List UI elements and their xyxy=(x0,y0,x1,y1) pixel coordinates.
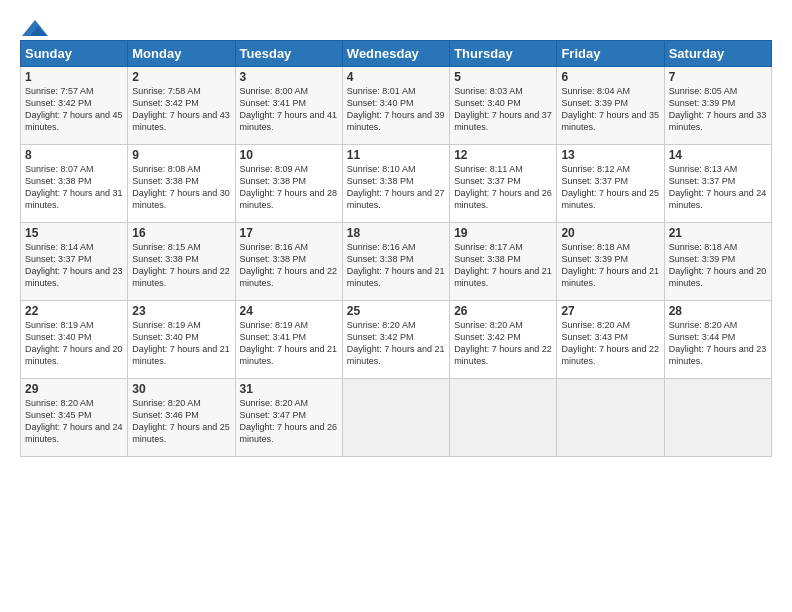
day-info: Sunrise: 8:09 AMSunset: 3:38 PMDaylight:… xyxy=(240,164,338,210)
calendar-week-row: 22 Sunrise: 8:19 AMSunset: 3:40 PMDaylig… xyxy=(21,301,772,379)
day-info: Sunrise: 8:19 AMSunset: 3:40 PMDaylight:… xyxy=(25,320,123,366)
day-number: 7 xyxy=(669,70,767,84)
table-row: 10 Sunrise: 8:09 AMSunset: 3:38 PMDaylig… xyxy=(235,145,342,223)
day-number: 1 xyxy=(25,70,123,84)
day-number: 25 xyxy=(347,304,445,318)
day-info: Sunrise: 8:17 AMSunset: 3:38 PMDaylight:… xyxy=(454,242,552,288)
table-row: 16 Sunrise: 8:15 AMSunset: 3:38 PMDaylig… xyxy=(128,223,235,301)
table-row: 30 Sunrise: 8:20 AMSunset: 3:46 PMDaylig… xyxy=(128,379,235,457)
table-row: 27 Sunrise: 8:20 AMSunset: 3:43 PMDaylig… xyxy=(557,301,664,379)
table-row: 5 Sunrise: 8:03 AMSunset: 3:40 PMDayligh… xyxy=(450,67,557,145)
day-number: 9 xyxy=(132,148,230,162)
table-row: 25 Sunrise: 8:20 AMSunset: 3:42 PMDaylig… xyxy=(342,301,449,379)
day-number: 28 xyxy=(669,304,767,318)
table-row: 17 Sunrise: 8:16 AMSunset: 3:38 PMDaylig… xyxy=(235,223,342,301)
table-row: 1 Sunrise: 7:57 AMSunset: 3:42 PMDayligh… xyxy=(21,67,128,145)
day-info: Sunrise: 8:01 AMSunset: 3:40 PMDaylight:… xyxy=(347,86,445,132)
table-row: 26 Sunrise: 8:20 AMSunset: 3:42 PMDaylig… xyxy=(450,301,557,379)
table-row: 8 Sunrise: 8:07 AMSunset: 3:38 PMDayligh… xyxy=(21,145,128,223)
day-number: 16 xyxy=(132,226,230,240)
day-info: Sunrise: 8:20 AMSunset: 3:42 PMDaylight:… xyxy=(454,320,552,366)
day-number: 18 xyxy=(347,226,445,240)
day-number: 23 xyxy=(132,304,230,318)
col-wednesday: Wednesday xyxy=(342,41,449,67)
table-row: 22 Sunrise: 8:19 AMSunset: 3:40 PMDaylig… xyxy=(21,301,128,379)
table-row xyxy=(664,379,771,457)
table-row: 3 Sunrise: 8:00 AMSunset: 3:41 PMDayligh… xyxy=(235,67,342,145)
day-info: Sunrise: 8:16 AMSunset: 3:38 PMDaylight:… xyxy=(347,242,445,288)
table-row: 13 Sunrise: 8:12 AMSunset: 3:37 PMDaylig… xyxy=(557,145,664,223)
day-number: 14 xyxy=(669,148,767,162)
logo-icon xyxy=(20,18,50,38)
day-info: Sunrise: 8:18 AMSunset: 3:39 PMDaylight:… xyxy=(561,242,659,288)
table-row: 28 Sunrise: 8:20 AMSunset: 3:44 PMDaylig… xyxy=(664,301,771,379)
day-number: 8 xyxy=(25,148,123,162)
calendar-week-row: 15 Sunrise: 8:14 AMSunset: 3:37 PMDaylig… xyxy=(21,223,772,301)
table-row xyxy=(557,379,664,457)
day-info: Sunrise: 8:18 AMSunset: 3:39 PMDaylight:… xyxy=(669,242,767,288)
day-number: 22 xyxy=(25,304,123,318)
calendar-header-row: Sunday Monday Tuesday Wednesday Thursday… xyxy=(21,41,772,67)
table-row: 29 Sunrise: 8:20 AMSunset: 3:45 PMDaylig… xyxy=(21,379,128,457)
day-info: Sunrise: 8:04 AMSunset: 3:39 PMDaylight:… xyxy=(561,86,659,132)
table-row xyxy=(450,379,557,457)
day-info: Sunrise: 8:16 AMSunset: 3:38 PMDaylight:… xyxy=(240,242,338,288)
day-number: 3 xyxy=(240,70,338,84)
day-info: Sunrise: 8:08 AMSunset: 3:38 PMDaylight:… xyxy=(132,164,230,210)
table-row: 12 Sunrise: 8:11 AMSunset: 3:37 PMDaylig… xyxy=(450,145,557,223)
table-row: 6 Sunrise: 8:04 AMSunset: 3:39 PMDayligh… xyxy=(557,67,664,145)
table-row: 2 Sunrise: 7:58 AMSunset: 3:42 PMDayligh… xyxy=(128,67,235,145)
day-info: Sunrise: 8:19 AMSunset: 3:40 PMDaylight:… xyxy=(132,320,230,366)
day-info: Sunrise: 8:20 AMSunset: 3:45 PMDaylight:… xyxy=(25,398,123,444)
header xyxy=(20,18,772,34)
table-row: 18 Sunrise: 8:16 AMSunset: 3:38 PMDaylig… xyxy=(342,223,449,301)
table-row: 19 Sunrise: 8:17 AMSunset: 3:38 PMDaylig… xyxy=(450,223,557,301)
day-number: 15 xyxy=(25,226,123,240)
day-info: Sunrise: 8:20 AMSunset: 3:43 PMDaylight:… xyxy=(561,320,659,366)
day-info: Sunrise: 8:03 AMSunset: 3:40 PMDaylight:… xyxy=(454,86,552,132)
logo xyxy=(20,18,50,34)
day-number: 26 xyxy=(454,304,552,318)
table-row: 31 Sunrise: 8:20 AMSunset: 3:47 PMDaylig… xyxy=(235,379,342,457)
day-number: 2 xyxy=(132,70,230,84)
day-number: 12 xyxy=(454,148,552,162)
table-row: 21 Sunrise: 8:18 AMSunset: 3:39 PMDaylig… xyxy=(664,223,771,301)
day-info: Sunrise: 8:13 AMSunset: 3:37 PMDaylight:… xyxy=(669,164,767,210)
table-row: 7 Sunrise: 8:05 AMSunset: 3:39 PMDayligh… xyxy=(664,67,771,145)
day-number: 30 xyxy=(132,382,230,396)
calendar-table: Sunday Monday Tuesday Wednesday Thursday… xyxy=(20,40,772,457)
day-info: Sunrise: 8:11 AMSunset: 3:37 PMDaylight:… xyxy=(454,164,552,210)
day-info: Sunrise: 8:20 AMSunset: 3:42 PMDaylight:… xyxy=(347,320,445,366)
col-tuesday: Tuesday xyxy=(235,41,342,67)
day-info: Sunrise: 8:07 AMSunset: 3:38 PMDaylight:… xyxy=(25,164,123,210)
calendar-week-row: 1 Sunrise: 7:57 AMSunset: 3:42 PMDayligh… xyxy=(21,67,772,145)
day-info: Sunrise: 8:05 AMSunset: 3:39 PMDaylight:… xyxy=(669,86,767,132)
table-row: 14 Sunrise: 8:13 AMSunset: 3:37 PMDaylig… xyxy=(664,145,771,223)
table-row: 23 Sunrise: 8:19 AMSunset: 3:40 PMDaylig… xyxy=(128,301,235,379)
calendar-week-row: 8 Sunrise: 8:07 AMSunset: 3:38 PMDayligh… xyxy=(21,145,772,223)
col-sunday: Sunday xyxy=(21,41,128,67)
table-row: 15 Sunrise: 8:14 AMSunset: 3:37 PMDaylig… xyxy=(21,223,128,301)
day-info: Sunrise: 8:14 AMSunset: 3:37 PMDaylight:… xyxy=(25,242,123,288)
day-number: 13 xyxy=(561,148,659,162)
day-info: Sunrise: 8:00 AMSunset: 3:41 PMDaylight:… xyxy=(240,86,338,132)
col-saturday: Saturday xyxy=(664,41,771,67)
day-number: 10 xyxy=(240,148,338,162)
col-thursday: Thursday xyxy=(450,41,557,67)
day-number: 21 xyxy=(669,226,767,240)
day-number: 17 xyxy=(240,226,338,240)
table-row: 20 Sunrise: 8:18 AMSunset: 3:39 PMDaylig… xyxy=(557,223,664,301)
day-info: Sunrise: 8:15 AMSunset: 3:38 PMDaylight:… xyxy=(132,242,230,288)
table-row: 4 Sunrise: 8:01 AMSunset: 3:40 PMDayligh… xyxy=(342,67,449,145)
day-number: 19 xyxy=(454,226,552,240)
day-info: Sunrise: 8:20 AMSunset: 3:44 PMDaylight:… xyxy=(669,320,767,366)
day-number: 24 xyxy=(240,304,338,318)
calendar-page: Sunday Monday Tuesday Wednesday Thursday… xyxy=(0,0,792,612)
day-number: 4 xyxy=(347,70,445,84)
day-info: Sunrise: 7:57 AMSunset: 3:42 PMDaylight:… xyxy=(25,86,123,132)
day-number: 20 xyxy=(561,226,659,240)
day-info: Sunrise: 8:20 AMSunset: 3:47 PMDaylight:… xyxy=(240,398,338,444)
table-row: 9 Sunrise: 8:08 AMSunset: 3:38 PMDayligh… xyxy=(128,145,235,223)
day-number: 27 xyxy=(561,304,659,318)
table-row: 11 Sunrise: 8:10 AMSunset: 3:38 PMDaylig… xyxy=(342,145,449,223)
